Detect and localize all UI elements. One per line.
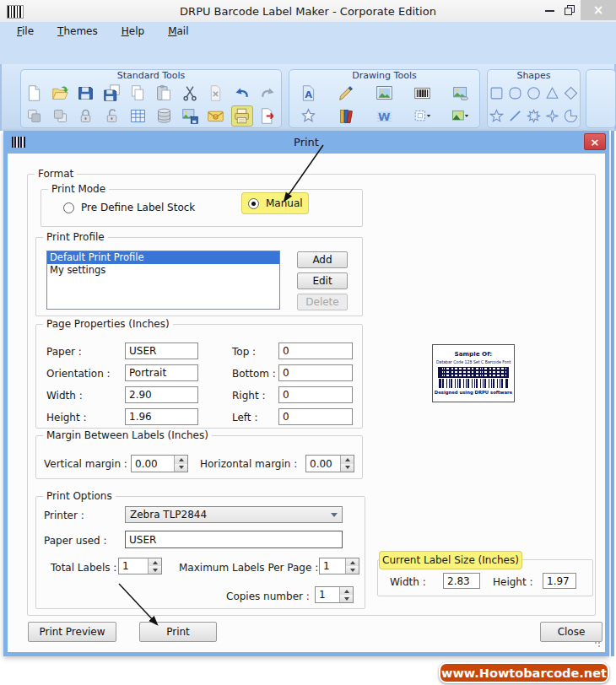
total-labels-spinner[interactable]: 1 xyxy=(118,558,162,574)
copy-icon[interactable] xyxy=(127,83,149,104)
triangle-shape-icon[interactable] xyxy=(543,84,560,104)
svg-text:W: W xyxy=(378,111,391,123)
chevron-down-icon xyxy=(322,510,342,520)
square-shape-icon[interactable] xyxy=(489,84,505,104)
frame-tool-icon[interactable] xyxy=(412,105,434,127)
vertical-margin-spinner[interactable]: 0.00 xyxy=(131,455,188,472)
export-icon[interactable] xyxy=(257,105,279,127)
paper-used-field[interactable]: USER xyxy=(125,531,343,548)
orientation-field[interactable]: Portrait xyxy=(125,364,198,381)
close-window-button[interactable]: × xyxy=(581,0,616,20)
rounded-square-shape-icon[interactable] xyxy=(507,84,524,104)
right-field[interactable]: 0 xyxy=(278,386,353,403)
diamond-shape-icon[interactable] xyxy=(562,84,579,104)
grid-icon[interactable] xyxy=(127,105,149,127)
radio-predefine-label-stock[interactable]: Pre Define Label Stock xyxy=(63,202,195,213)
label-width-field[interactable]: 2.83 xyxy=(443,573,480,589)
new-document-icon[interactable] xyxy=(23,83,45,104)
text-tool-icon[interactable]: A xyxy=(298,83,320,104)
delete-button[interactable]: Delete xyxy=(297,294,348,310)
books-tool-icon[interactable] xyxy=(336,105,358,127)
radio-manual[interactable]: Manual xyxy=(242,193,308,213)
cut-icon[interactable] xyxy=(179,83,201,104)
printer-select[interactable]: Zebra TLP2844 xyxy=(125,506,343,523)
list-item[interactable]: My settings xyxy=(47,264,279,277)
delete-object-icon[interactable] xyxy=(205,83,227,104)
undo-icon[interactable] xyxy=(231,83,253,104)
save-all-icon[interactable] xyxy=(101,83,123,104)
sample-subtitle: Databar Code 128 Set C Barcode Font xyxy=(436,360,511,364)
clipart-tool-icon[interactable] xyxy=(450,105,472,127)
menu-bar: File Themes Help Mail xyxy=(0,22,616,40)
spinner-buttons[interactable] xyxy=(345,558,359,574)
horizontal-margin-label: Horizontal margin : xyxy=(200,458,297,470)
restore-icon xyxy=(565,5,575,16)
watermark-tool-icon[interactable]: W xyxy=(374,105,396,127)
width-field[interactable]: 2.90 xyxy=(125,386,198,403)
top-field[interactable]: 0 xyxy=(278,342,353,359)
barcode-tool-icon[interactable] xyxy=(412,83,434,104)
minimize-button[interactable] xyxy=(542,3,557,18)
spinner-buttons[interactable] xyxy=(174,456,187,472)
redo-icon[interactable] xyxy=(257,83,279,104)
ribbon-group-title: Drawing Tools xyxy=(289,70,479,82)
printer-label: Printer : xyxy=(44,510,84,521)
database-icon[interactable] xyxy=(153,105,175,127)
paste-icon[interactable] xyxy=(153,83,175,104)
image-tool-icon[interactable] xyxy=(374,83,396,104)
close-button[interactable]: Close xyxy=(540,622,602,642)
order-back-icon[interactable] xyxy=(49,105,71,127)
print-preview-button[interactable]: Print Preview xyxy=(28,622,116,642)
horizontal-margin-spinner[interactable]: 0.00 xyxy=(305,455,354,472)
unlock-icon[interactable] xyxy=(101,105,123,127)
menu-file[interactable]: File xyxy=(14,24,37,39)
ribbon-group-title: Shapes xyxy=(488,70,580,82)
width-label: Width : xyxy=(46,390,83,402)
max-labels-label: Maximum Labels Per Page : xyxy=(179,562,318,574)
pen-tool-icon[interactable] xyxy=(336,83,358,104)
menu-themes[interactable]: Themes xyxy=(54,24,101,39)
spin-up-icon xyxy=(341,456,354,464)
line-shape-icon[interactable] xyxy=(507,106,524,127)
edit-button[interactable]: Edit xyxy=(297,272,348,289)
save-image-icon[interactable] xyxy=(179,105,201,127)
print-icon[interactable] xyxy=(231,105,253,127)
email-icon[interactable] xyxy=(205,105,227,127)
spinner-buttons[interactable] xyxy=(148,558,161,574)
lock-icon[interactable] xyxy=(75,105,97,127)
resize-grip-icon[interactable] xyxy=(594,641,602,650)
bottom-field[interactable]: 0 xyxy=(278,364,353,381)
add-button[interactable]: Add xyxy=(297,251,348,268)
open-folder-icon[interactable] xyxy=(49,83,71,104)
spinner-buttons[interactable] xyxy=(339,587,353,602)
ribbon-group-title: Standard Tools xyxy=(21,70,281,82)
circle-shape-icon[interactable] xyxy=(525,84,542,104)
spinner-buttons[interactable] xyxy=(340,456,354,472)
star4-shape-icon[interactable] xyxy=(543,106,560,127)
copies-spinner[interactable]: 1 xyxy=(315,586,354,603)
order-front-icon[interactable] xyxy=(23,105,45,127)
list-item[interactable]: Default Print Profile xyxy=(47,251,279,264)
max-labels-spinner[interactable]: 1 xyxy=(319,558,359,574)
height-field[interactable]: 1.96 xyxy=(125,408,198,425)
menu-mail[interactable]: Mail xyxy=(165,24,192,39)
burst-shape-icon[interactable] xyxy=(525,106,542,127)
pacman-shape-icon[interactable] xyxy=(562,106,579,127)
paper-label: Paper : xyxy=(46,346,82,358)
menu-help[interactable]: Help xyxy=(118,24,148,39)
spin-down-icon xyxy=(346,566,359,574)
shape-tool-icon[interactable] xyxy=(298,105,320,127)
left-field[interactable]: 0 xyxy=(278,408,353,425)
right-label: Right : xyxy=(232,390,265,402)
window-titlebar: DRPU Barcode Label Maker - Corporate Edi… xyxy=(0,0,616,23)
restore-button[interactable] xyxy=(562,3,577,18)
picture-clip-icon[interactable] xyxy=(450,83,472,104)
save-icon[interactable] xyxy=(75,83,97,104)
star-shape-icon[interactable] xyxy=(489,106,505,127)
ribbon-group-drawing-tools: Drawing Tools AW xyxy=(289,69,480,128)
print-button[interactable]: Print xyxy=(139,622,217,642)
label-height-field[interactable]: 1.97 xyxy=(543,573,576,589)
print-profile-listbox[interactable]: Default Print Profile My settings xyxy=(46,251,280,310)
dialog-close-button[interactable]: × xyxy=(584,133,606,150)
paper-field[interactable]: USER xyxy=(125,342,198,359)
